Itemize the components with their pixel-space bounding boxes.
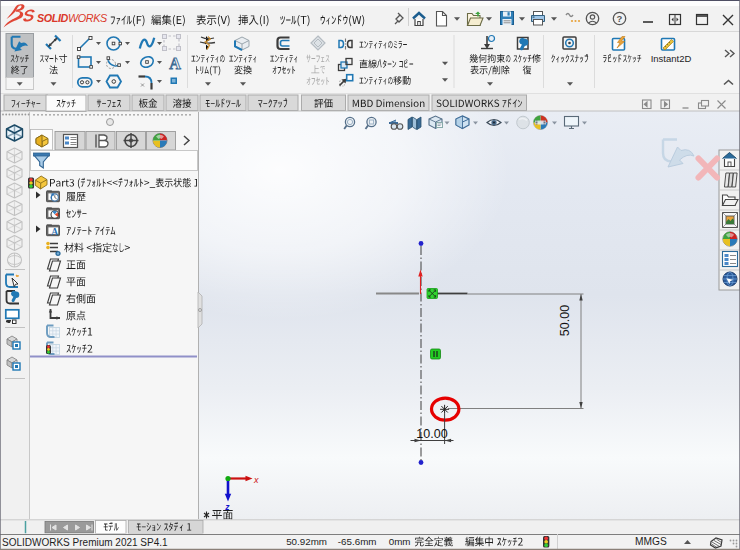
svg-text:SOLIDWORKS Premium 2021 SP4.1: SOLIDWORKS Premium 2021 SP4.1	[2, 537, 168, 548]
svg-text:MMGS: MMGS	[635, 536, 667, 547]
svg-text:0mm: 0mm	[389, 536, 411, 547]
svg-text:Instant2D: Instant2D	[651, 53, 692, 64]
svg-text:10.00: 10.00	[416, 427, 447, 441]
svg-text:50.00: 50.00	[558, 305, 572, 336]
svg-text:A: A	[51, 227, 58, 237]
svg-text:A: A	[169, 55, 181, 72]
svg-text:x: x	[253, 475, 259, 485]
svg-text:z: z	[224, 502, 230, 512]
svg-text:?: ?	[617, 13, 623, 24]
svg-text:-65.6mm: -65.6mm	[338, 536, 377, 547]
svg-text:50.92mm: 50.92mm	[286, 536, 327, 547]
svg-text:SOLIDWORKS: SOLIDWORKS	[37, 12, 108, 24]
